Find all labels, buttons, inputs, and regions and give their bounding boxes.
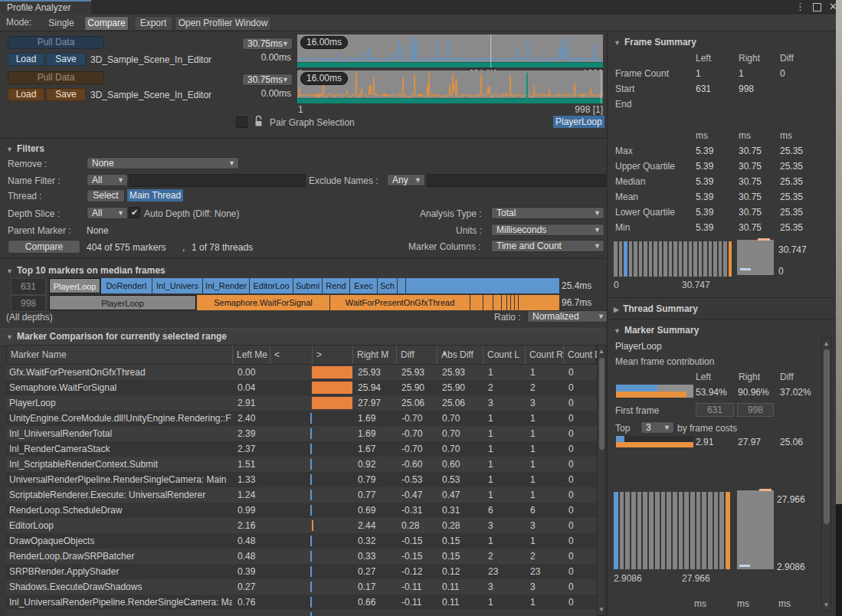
table-row[interactable]: Semaphore.WaitForSignal0.0425.9425.9025.…: [6, 380, 597, 395]
range-dropdown-right[interactable]: 30.75ms▼: [242, 74, 293, 86]
table-row[interactable]: RenderLoop.DrawSRPBatcher0.480.33-0.150.…: [6, 549, 597, 564]
pull-data-button-left[interactable]: Pull Data: [8, 36, 104, 49]
frame-number-box-right[interactable]: 998: [11, 295, 46, 312]
column-header-left-me[interactable]: Left Me: [233, 346, 270, 364]
table-row[interactable]: EditorLoop2.162.440.280.28330: [6, 518, 597, 533]
maximize-icon[interactable]: [813, 3, 821, 11]
top10-segment[interactable]: Sch: [378, 278, 397, 293]
mode-single-button[interactable]: Single: [40, 16, 83, 31]
save-button-right[interactable]: Save: [46, 88, 86, 101]
marker-summary-header[interactable]: ▼Marker Summary: [614, 325, 699, 336]
range-dropdown-left[interactable]: 30.75ms▼: [242, 38, 293, 50]
top10-segment[interactable]: Rend: [323, 278, 349, 293]
tab-profile-analyzer[interactable]: Profile Analyzer: [0, 0, 91, 15]
pair-graph-checkbox[interactable]: [236, 116, 247, 128]
top10-segment[interactable]: [493, 295, 501, 310]
table-row[interactable]: Shadows.ExecuteDrawShadows0.270.17-0.110…: [6, 579, 597, 595]
column-header-marker-name[interactable]: Marker Name: [7, 346, 233, 364]
table-row[interactable]: PlayerLoop2.9127.9725.0625.06330: [6, 395, 597, 411]
column-header-count-d[interactable]: Count D: [564, 346, 598, 364]
depth-slice-dropdown[interactable]: All▼: [87, 207, 128, 219]
pull-data-button-right[interactable]: Pull Data: [8, 71, 104, 84]
ratio-dropdown[interactable]: Normalized▼: [527, 310, 608, 323]
marker-columns-dropdown[interactable]: Time and Count▼: [491, 240, 604, 252]
top10-segment[interactable]: Inl_Render: [203, 278, 249, 293]
exclude-mode-dropdown[interactable]: Any▼: [387, 174, 425, 186]
scroll-up-icon[interactable]: ▲: [598, 348, 605, 355]
ms-first-frame-right-button[interactable]: 998: [737, 403, 774, 417]
top10-segment[interactable]: [398, 278, 405, 293]
table-row[interactable]: Inl_RenderCameraStack2.371.67-0.700.7011…: [6, 441, 597, 457]
kebab-menu-icon[interactable]: ⋮: [795, 1, 805, 13]
top10-segment[interactable]: WaitForPresentOnGfxThread: [330, 295, 470, 310]
exclude-names-input[interactable]: [427, 174, 606, 187]
top10-segment[interactable]: Inl_Univers: [152, 278, 202, 293]
table-row[interactable]: [6, 610, 597, 616]
scroll-down-icon[interactable]: ▼: [598, 606, 605, 613]
column-header-right-m[interactable]: Right M: [353, 346, 397, 364]
top10-segment[interactable]: Semaphore.WaitForSignal: [197, 295, 329, 310]
top10-segment-selected[interactable]: PlayerLoop: [49, 278, 100, 293]
compare-button[interactable]: Compare: [8, 240, 80, 254]
table-row[interactable]: Inl_UniversalRenderTotal2.391.69-0.700.7…: [6, 426, 597, 441]
table-row[interactable]: UnityEngine.CoreModule.dll!UnityEngine.R…: [6, 411, 597, 426]
auto-depth-checkbox[interactable]: ✔: [129, 207, 140, 218]
analysis-type-dropdown[interactable]: Total▼: [491, 207, 604, 219]
column-header-count-r[interactable]: Count R: [526, 346, 564, 364]
top10-segment[interactable]: DoRenderI: [101, 278, 152, 293]
column-header-diff[interactable]: Diff: [397, 346, 437, 364]
mode-compare-button[interactable]: Compare: [84, 16, 129, 31]
table-row[interactable]: RenderLoop.ScheduleDraw0.990.69-0.310.31…: [6, 503, 597, 518]
name-filter-mode-dropdown[interactable]: All▼: [87, 174, 128, 186]
table-row[interactable]: Inl_ScriptableRenderContext.Submit1.510.…: [6, 457, 597, 472]
thread-summary-header[interactable]: ▶Thread Summary: [614, 303, 698, 314]
frame-number-box-left[interactable]: 631: [11, 278, 46, 295]
top10-segment[interactable]: [515, 295, 518, 310]
save-button-left[interactable]: Save: [46, 53, 86, 66]
table-scrollbar[interactable]: ▲ ▼: [597, 345, 606, 616]
thread-select-button[interactable]: Select: [87, 189, 125, 202]
top10-segment[interactable]: EditorLoo: [250, 278, 293, 293]
table-row[interactable]: Gfx.WaitForPresentOnGfxThread0.0025.9325…: [6, 365, 597, 380]
cell-value: 3: [525, 518, 563, 533]
ms-scroll-thumb[interactable]: [824, 349, 830, 524]
top10-segment[interactable]: Submi: [293, 278, 322, 293]
remove-dropdown[interactable]: None▼: [87, 157, 239, 169]
load-button-left[interactable]: Load: [8, 53, 44, 66]
top10-segment[interactable]: [507, 295, 510, 310]
table-scroll-thumb[interactable]: [599, 358, 604, 450]
open-profiler-window-button[interactable]: Open Profiler Window: [175, 16, 271, 31]
name-filter-input[interactable]: [129, 174, 306, 187]
column-header-count-l[interactable]: Count L: [483, 346, 526, 364]
top10-segment[interactable]: [470, 295, 483, 310]
ms-top-count-dropdown[interactable]: 3▼: [641, 421, 674, 434]
top10-segment[interactable]: [502, 295, 506, 310]
top10-bar-left[interactable]: PlayerLoopDoRenderIInl_UniversInl_Render…: [49, 278, 559, 293]
comparison-section-header[interactable]: ▼Marker Comparison for currently selecte…: [6, 331, 227, 342]
column-header--[interactable]: <: [270, 346, 313, 364]
top10-segment[interactable]: Exec: [350, 278, 377, 293]
top10-segment[interactable]: [406, 278, 559, 293]
frame-summary-header[interactable]: ▼Frame Summary: [614, 37, 696, 48]
ms-first-frame-left-button[interactable]: 631: [696, 403, 734, 417]
table-row[interactable]: DrawOpaqueObjects0.480.32-0.150.15110: [6, 533, 597, 549]
column-header--[interactable]: >: [313, 346, 353, 364]
marker-summary-scrollbar[interactable]: ▲ ▼: [821, 337, 831, 611]
table-row[interactable]: UniversalRenderPipeline.RenderSingleCame…: [6, 472, 597, 487]
table-row[interactable]: ScriptableRenderer.Execute: UniversalRen…: [6, 487, 597, 503]
filters-section-header[interactable]: ▼Filters: [6, 143, 44, 154]
ms-scroll-up-icon[interactable]: ▲: [822, 340, 831, 347]
table-row[interactable]: Inl_UniversalRenderPipeline.RenderSingle…: [6, 595, 597, 610]
table-row[interactable]: SRPBRender.ApplyShader0.390.27-0.120.122…: [6, 564, 597, 579]
top10-section-header[interactable]: ▼Top 10 markers on median frames: [6, 265, 165, 276]
load-button-right[interactable]: Load: [8, 88, 44, 101]
top10-segment[interactable]: [511, 295, 514, 310]
column-header-abs-diff[interactable]: ▼Abs Diff: [437, 346, 483, 364]
top10-segment[interactable]: [483, 295, 493, 310]
top10-segment[interactable]: [519, 295, 559, 310]
ms-scroll-down-icon[interactable]: ▼: [822, 601, 831, 608]
export-button[interactable]: Export: [134, 16, 172, 31]
units-dropdown[interactable]: Milliseconds▼: [491, 224, 604, 236]
top10-bar-right[interactable]: PlayerLoopSemaphore.WaitForSignalWaitFor…: [49, 295, 559, 310]
top10-segment-selected[interactable]: PlayerLoop: [49, 295, 196, 310]
